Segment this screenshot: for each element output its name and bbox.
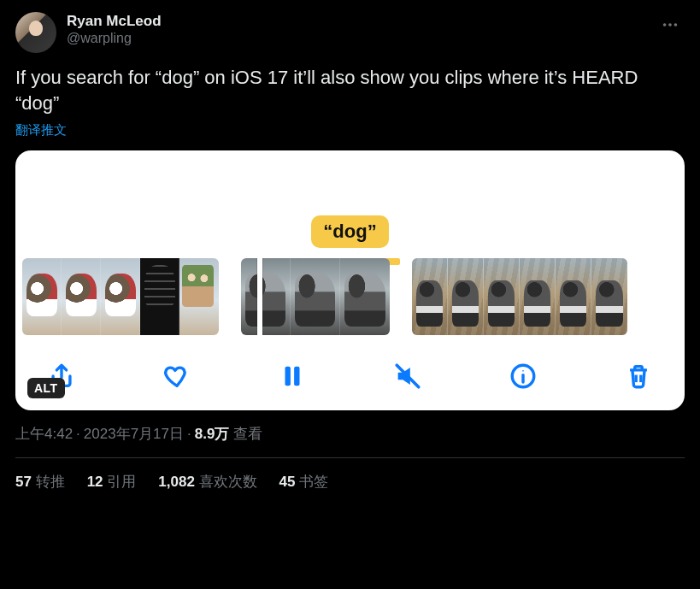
retweets-stat[interactable]: 57 转推 [15,472,65,492]
pause-icon [278,362,307,391]
clip-frame [448,258,484,335]
speaker-muted-icon [393,362,422,391]
search-bubble-row: “dog” [15,150,685,253]
clip-frame [241,258,291,335]
media-controls [15,344,685,398]
clip-frame [484,258,520,335]
likes-stat[interactable]: 1,082 喜欢次数 [158,472,256,492]
svg-point-2 [674,23,678,27]
playhead[interactable] [257,258,262,335]
svg-point-8 [522,370,524,372]
tweet-time[interactable]: 上午4:42 [15,426,73,442]
svg-rect-3 [285,367,291,386]
tweet-header: Ryan McLeod @warpling [15,12,685,53]
clip-group[interactable] [22,258,219,335]
pause-button[interactable] [275,359,309,393]
tweet-date[interactable]: 2023年7月17日 [84,426,184,442]
trash-icon [624,362,653,391]
handle: @warpling [67,30,162,47]
translate-link[interactable]: 翻译推文 [15,122,67,138]
like-button[interactable] [160,359,194,393]
ellipsis-icon [661,15,679,34]
clip-group[interactable] [412,258,627,335]
views-count: 8.9万 [195,426,230,442]
alt-badge[interactable]: ALT [27,378,65,398]
info-icon [509,362,538,391]
quotes-stat[interactable]: 12 引用 [87,472,137,492]
clip-frame [340,258,390,335]
clip-frame [291,258,340,335]
tweet-meta: 上午4:42·2023年7月17日·8.9万 查看 [15,410,685,458]
avatar[interactable] [15,12,56,53]
clip-frame [22,258,62,335]
clip-frame [140,258,179,335]
clip-frame [62,258,101,335]
tweet-stats: 57 转推 12 引用 1,082 喜欢次数 45 书签 [15,458,685,492]
tweet-text: If you search for “dog” on iOS 17 it’ll … [15,65,685,115]
bookmarks-stat[interactable]: 45 书签 [279,472,329,492]
views-label: 查看 [233,426,262,442]
clip-frame [101,258,140,335]
delete-button[interactable] [621,359,656,393]
heart-icon [162,362,191,391]
search-term-bubble: “dog” [311,215,388,248]
author-block[interactable]: Ryan McLeod @warpling [67,12,162,47]
clip-group[interactable] [241,258,390,335]
info-button[interactable] [506,359,540,393]
media-attachment[interactable]: “dog” [15,150,685,410]
svg-point-1 [668,23,672,27]
video-timeline[interactable] [15,253,685,344]
clip-frame [412,258,448,335]
svg-point-0 [663,23,667,27]
mute-button[interactable] [391,359,425,393]
tweet-container: Ryan McLeod @warpling If you search for … [0,0,700,492]
more-options-button[interactable] [656,12,685,38]
clip-frame [591,258,627,335]
display-name: Ryan McLeod [67,12,162,30]
clip-frame [179,258,219,335]
clip-frame [520,258,556,335]
svg-rect-4 [294,367,299,386]
clip-frame [556,258,591,335]
